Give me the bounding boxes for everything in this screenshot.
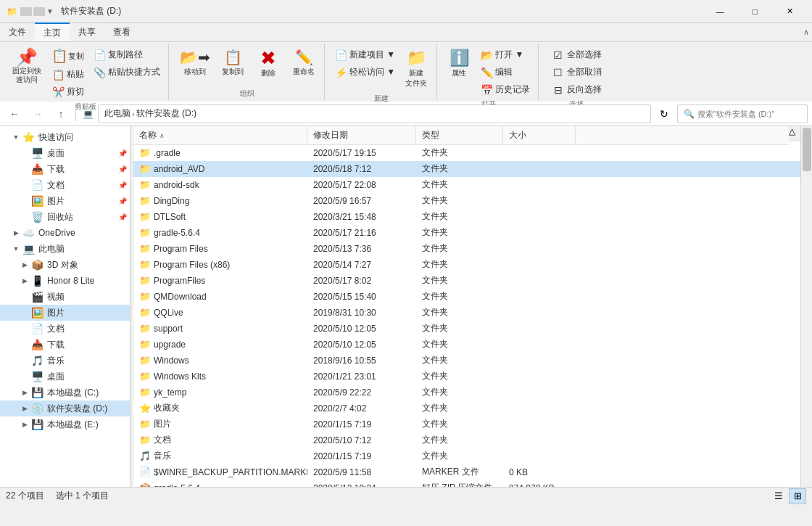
sidebar-item-music[interactable]: 🎵 音乐 bbox=[0, 353, 130, 369]
table-row[interactable]: 📁图片2020/1/15 7:19文件夹 bbox=[133, 416, 800, 432]
table-row[interactable]: ⭐收藏夹2020/2/7 4:02文件夹 bbox=[133, 400, 800, 416]
up-button[interactable]: ↑ bbox=[51, 104, 71, 123]
forward-button[interactable]: → bbox=[28, 104, 48, 123]
sidebar-item-drive-c[interactable]: ▶ 💾 本地磁盘 (C:) bbox=[0, 385, 130, 400]
sidebar-item-3d[interactable]: ▶ 📦 3D 对象 bbox=[0, 257, 130, 273]
table-row[interactable]: 📁Windows2018/9/16 10:55文件夹 bbox=[133, 353, 800, 369]
sidebar-item-desktop2[interactable]: 🖥️ 桌面 bbox=[0, 369, 130, 385]
dropdown-arrow[interactable]: ▼ bbox=[46, 7, 52, 16]
col-header-date[interactable]: 修改日期 bbox=[307, 126, 416, 144]
search-box[interactable]: 🔍 bbox=[677, 104, 808, 123]
sidebar-item-thispc[interactable]: ▼ 💻 此电脑 bbox=[0, 241, 130, 257]
delete-button[interactable]: ✖ 删除 bbox=[250, 45, 286, 82]
tab-share[interactable]: 共享 bbox=[70, 23, 104, 41]
select-all-button[interactable]: ☑ 全部选择 bbox=[548, 46, 605, 63]
sidebar-item-quick-access[interactable]: ▼ ⭐ 快速访问 bbox=[0, 129, 130, 145]
file-icon: 📁 bbox=[139, 307, 151, 318]
sidebar-item-desktop[interactable]: 🖥️ 桌面 📌 bbox=[0, 145, 130, 161]
sidebar-item-pictures2[interactable]: 🖼️ 图片 bbox=[0, 305, 130, 321]
col-header-type[interactable]: 类型 bbox=[416, 126, 503, 144]
scroll-thumb[interactable] bbox=[803, 128, 811, 171]
copy-to-button[interactable]: 📋 复制到 bbox=[217, 45, 249, 81]
table-row[interactable]: 📁Windows Kits2020/1/21 23:01文件夹 bbox=[133, 369, 800, 385]
sidebar-item-onedrive[interactable]: ▶ ☁️ OneDrive bbox=[0, 225, 130, 241]
maximize-button[interactable]: □ bbox=[738, 0, 771, 23]
new-folder-button[interactable]: 📁 新建文件夹 bbox=[400, 45, 432, 92]
paste-shortcut-button[interactable]: 📎 粘贴快捷方式 bbox=[89, 64, 164, 81]
minimize-button[interactable]: — bbox=[703, 0, 737, 23]
file-type-cell: 文件夹 bbox=[416, 353, 503, 368]
cut-button[interactable]: ✂️ 剪切 bbox=[48, 83, 88, 100]
open-button[interactable]: 📂 打开 ▼ bbox=[476, 46, 534, 63]
details-view-button[interactable]: ☰ bbox=[770, 488, 787, 504]
table-row[interactable]: 📁Program Files2020/5/13 7:36文件夹 bbox=[133, 241, 800, 257]
history-button[interactable]: 📅 历史记录 bbox=[476, 81, 534, 98]
sidebar-label-pc: 此电脑 bbox=[38, 243, 65, 255]
sidebar-item-pictures[interactable]: 🖼️ 图片 📌 bbox=[0, 193, 130, 209]
table-row[interactable]: 🎵音乐2020/1/15 7:19文件夹 bbox=[133, 448, 800, 464]
col-header-name[interactable]: 名称∧ bbox=[133, 126, 307, 144]
table-row[interactable]: 📁DingDing2020/5/9 16:57文件夹 bbox=[133, 193, 800, 209]
table-row[interactable]: 📁QQLive2019/8/31 10:30文件夹 bbox=[133, 305, 800, 321]
sidebar-item-dl2[interactable]: 📥 下载 bbox=[0, 337, 130, 353]
sidebar-label-e: 本地磁盘 (E:) bbox=[47, 419, 99, 431]
file-name-cell: 📁.gradle bbox=[133, 145, 307, 160]
list-view-button[interactable]: ⊞ bbox=[789, 488, 806, 504]
table-row[interactable]: 📁yk_temp2020/5/9 22:22文件夹 bbox=[133, 385, 800, 400]
address-path[interactable]: 此电脑 › 软件安装盘 (D:) bbox=[98, 104, 651, 123]
invert-select-button[interactable]: ⊟ 反向选择 bbox=[548, 81, 605, 98]
back-button[interactable]: ← bbox=[4, 104, 25, 123]
table-row[interactable]: 📁.gradle2020/5/17 19:15文件夹 bbox=[133, 145, 800, 161]
table-row[interactable]: 📁Program Files (x86)2020/5/14 7:27文件夹 bbox=[133, 257, 800, 273]
move-to-button[interactable]: 📂➡ 移动到 bbox=[175, 45, 215, 81]
vertical-scrollbar[interactable] bbox=[800, 126, 812, 487]
sidebar-item-drive-d[interactable]: ▶ 💿 软件安装盘 (D:) bbox=[0, 400, 130, 416]
select-none-button[interactable]: ☐ 全部取消 bbox=[548, 64, 605, 81]
edit-label: 编辑 bbox=[495, 66, 513, 78]
table-row[interactable]: 📁DTLSoft2020/3/21 15:48文件夹 bbox=[133, 209, 800, 225]
new-item-button[interactable]: 📄 新建项目 ▼ bbox=[331, 46, 399, 63]
sidebar-item-drive-e[interactable]: ▶ 💾 本地磁盘 (E:) bbox=[0, 416, 130, 432]
edit-button[interactable]: ✏️ 编辑 bbox=[476, 64, 534, 81]
table-row[interactable]: 📁ProgramFiles2020/5/17 8:02文件夹 bbox=[133, 273, 800, 289]
search-input[interactable] bbox=[697, 110, 801, 118]
tab-file[interactable]: 文件 bbox=[0, 23, 35, 41]
sidebar-item-downloads[interactable]: 📥 下载 📌 bbox=[0, 161, 130, 177]
table-row[interactable]: 📁android-sdk2020/5/17 22:08文件夹 bbox=[133, 177, 800, 193]
close-button[interactable]: ✕ bbox=[773, 0, 806, 23]
table-row[interactable]: 📁gradle-5.6.42020/5/17 21:16文件夹 bbox=[133, 225, 800, 241]
tab-home[interactable]: 主页 bbox=[35, 22, 70, 41]
copy-path-button[interactable]: 📄 复制路径 bbox=[89, 46, 164, 63]
status-count: 22 个项目 bbox=[6, 490, 44, 502]
col-header-size[interactable]: 大小 bbox=[503, 126, 576, 144]
location-button[interactable]: 💻 bbox=[80, 104, 95, 123]
group-organize: 📂➡ 移动到 📋 复制到 ✖ 删除 ✏️ 重命名 组织 bbox=[170, 44, 325, 100]
sidebar-item-documents[interactable]: 📄 文档 📌 bbox=[0, 177, 130, 193]
path-root: 此电脑 bbox=[104, 107, 130, 120]
sidebar-item-honor[interactable]: ▶ 📱 Honor 8 Lite bbox=[0, 273, 130, 289]
sidebar-item-videos[interactable]: 🎬 视频 bbox=[0, 289, 130, 305]
table-row[interactable]: 📦gradle-5.6.4...2020/5/13 10:24好压 ZIP 压缩… bbox=[133, 480, 800, 487]
sidebar-label-3d: 3D 对象 bbox=[47, 259, 78, 271]
table-row[interactable]: 📄$WINRE_BACKUP_PARTITION.MARKER2020/5/9 … bbox=[133, 464, 800, 480]
sort-arrow-name: ∧ bbox=[160, 132, 165, 139]
table-row[interactable]: 📁QMDownload2020/5/15 15:40文件夹 bbox=[133, 289, 800, 305]
properties-button[interactable]: ℹ️ 属性 bbox=[443, 45, 475, 82]
table-row[interactable]: 📁support2020/5/10 12:05文件夹 bbox=[133, 321, 800, 337]
sidebar-item-recycle[interactable]: 🗑️ 回收站 📌 bbox=[0, 209, 130, 225]
pin-quick-access-button[interactable]: 📌 固定到快速访问 bbox=[7, 45, 46, 88]
copy-button[interactable]: 📋 复制 bbox=[48, 46, 88, 65]
file-size-cell bbox=[503, 448, 576, 464]
table-row[interactable]: 📁android_AVD2020/5/18 7:12文件夹 bbox=[133, 161, 800, 177]
delete-label: 删除 bbox=[261, 68, 276, 78]
sidebar-item-docs2[interactable]: 📄 文档 bbox=[0, 321, 130, 337]
paste-button[interactable]: 📋 粘贴 bbox=[48, 66, 88, 83]
table-row[interactable]: 📁upgrade2020/5/10 12:05文件夹 bbox=[133, 337, 800, 353]
tab-view[interactable]: 查看 bbox=[104, 23, 139, 41]
table-row[interactable]: 📁文档2020/5/10 7:12文件夹 bbox=[133, 432, 800, 448]
refresh-button[interactable]: ↻ bbox=[654, 104, 674, 123]
rename-button[interactable]: ✏️ 重命名 bbox=[288, 45, 320, 81]
easy-access-button[interactable]: ⚡ 轻松访问 ▼ bbox=[331, 64, 399, 81]
scroll-top-btn[interactable]: △ bbox=[789, 126, 800, 141]
ribbon-collapse[interactable]: ∧ bbox=[800, 23, 812, 41]
